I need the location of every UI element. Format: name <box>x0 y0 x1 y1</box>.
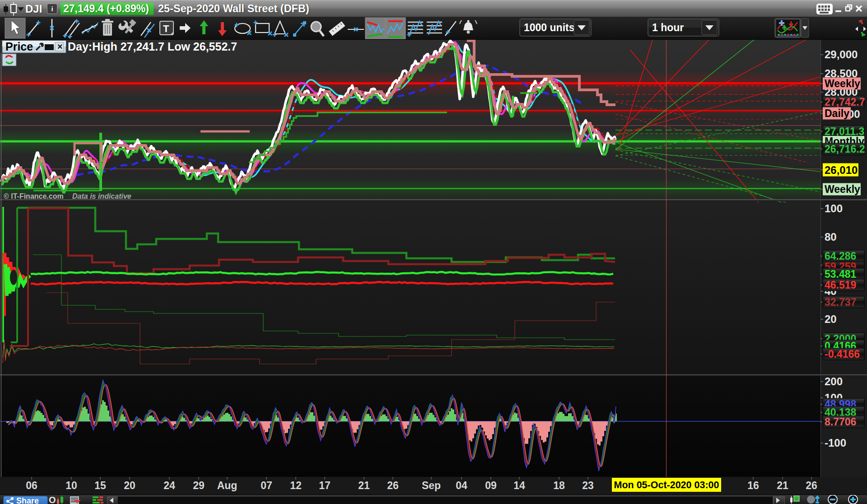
svg-text:10: 10 <box>65 480 77 491</box>
svg-text:15: 15 <box>94 480 106 491</box>
svg-text:24: 24 <box>163 480 175 491</box>
svg-text:100: 100 <box>825 202 843 215</box>
svg-text:Data is indicative: Data is indicative <box>72 192 131 200</box>
svg-text:Aug: Aug <box>217 480 238 491</box>
svg-text:04: 04 <box>456 480 467 491</box>
svg-text:1 hour: 1 hour <box>652 22 684 33</box>
svg-text:23: 23 <box>582 480 594 491</box>
svg-text:26: 26 <box>806 480 817 491</box>
svg-text:53.481: 53.481 <box>825 268 857 280</box>
svg-text:17: 17 <box>319 480 331 491</box>
svg-text:09: 09 <box>485 480 497 491</box>
svg-text:20: 20 <box>124 480 135 491</box>
svg-text:Daily: Daily <box>825 107 849 119</box>
svg-text:© IT-Finance.com: © IT-Finance.com <box>4 192 64 200</box>
svg-text:14: 14 <box>513 480 525 491</box>
svg-text:8.7706: 8.7706 <box>825 416 856 428</box>
svg-text:T: T <box>163 23 169 34</box>
svg-text:Price: Price <box>5 40 33 53</box>
svg-text:64.286: 64.286 <box>825 250 856 262</box>
svg-text:21: 21 <box>777 480 788 491</box>
svg-text:✕: ✕ <box>57 43 63 51</box>
svg-text:80: 80 <box>825 231 837 243</box>
svg-text:-0.4166: -0.4166 <box>825 348 860 360</box>
svg-text:18: 18 <box>553 480 565 491</box>
svg-text:Sep: Sep <box>422 480 441 491</box>
svg-text:21: 21 <box>358 480 370 491</box>
svg-text:26,716.2: 26,716.2 <box>825 143 865 155</box>
svg-text:32.737: 32.737 <box>825 296 856 308</box>
svg-text:16: 16 <box>747 480 759 491</box>
svg-text:12: 12 <box>290 480 302 491</box>
svg-text:26: 26 <box>387 480 399 491</box>
svg-text:20: 20 <box>825 313 837 325</box>
svg-text:29,000: 29,000 <box>825 48 858 61</box>
svg-text:Weekly: Weekly <box>825 183 860 195</box>
svg-text:29: 29 <box>193 480 205 491</box>
svg-text:27,742.7: 27,742.7 <box>825 96 865 108</box>
svg-text:200: 200 <box>825 375 843 387</box>
svg-text:06: 06 <box>26 480 37 491</box>
svg-text:26,010: 26,010 <box>825 164 858 176</box>
svg-text:07: 07 <box>261 480 272 491</box>
svg-text:-100: -100 <box>825 437 846 449</box>
svg-text:Day:High 27,241.7 Low 26,552.7: Day:High 27,241.7 Low 26,552.7 <box>68 40 237 53</box>
svg-text:1000 units: 1000 units <box>524 22 575 33</box>
svg-text:Weekly: Weekly <box>825 78 860 89</box>
svg-text:O: O <box>49 495 56 504</box>
svg-text:Mon 05-Oct-2020 03:00: Mon 05-Oct-2020 03:00 <box>614 480 719 490</box>
svg-text:46.519: 46.519 <box>825 279 856 291</box>
